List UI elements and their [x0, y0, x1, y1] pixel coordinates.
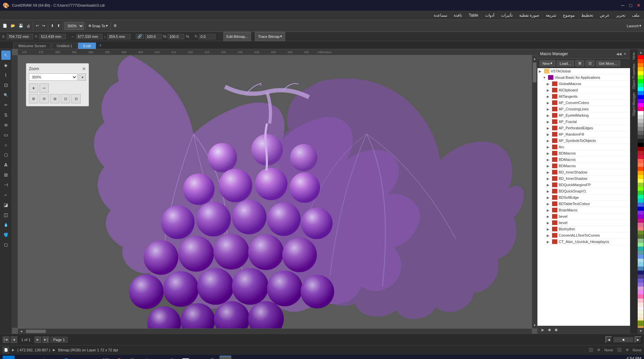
palette-color-cell[interactable] [638, 306, 644, 310]
page-area-nav-left[interactable]: ◄ [605, 336, 612, 343]
app5-button[interactable]: 📊 [180, 356, 192, 359]
outline-button[interactable]: ◻ [1, 240, 11, 249]
palette-color-cell[interactable] [638, 310, 644, 314]
height-percent-field[interactable] [168, 34, 184, 39]
macro-item-arc[interactable]: ▶ Arc [545, 144, 630, 150]
zoom-tool-button[interactable]: 🔍 [1, 90, 11, 100]
scroll-up-button[interactable]: ▲ [532, 55, 537, 62]
menu-bitmaps[interactable]: صورة نقطية [516, 12, 542, 19]
rectangle-tool-button[interactable]: ▭ [1, 130, 11, 140]
palette-color-cell[interactable] [638, 167, 644, 171]
palette-color-cell[interactable] [638, 211, 644, 215]
palette-color-cell[interactable] [638, 267, 644, 271]
palette-color-cell[interactable] [638, 151, 644, 155]
browser-button[interactable]: 🌐 [60, 356, 72, 359]
macro-item-ap-symbolstoobjects[interactable]: ▶ AP_SymbolsToObjects [545, 138, 630, 144]
macro-item-ap-convertcolors[interactable]: ▶ AP_ConvertColors [545, 100, 630, 106]
app2-button[interactable]: 🎵 [140, 356, 152, 359]
palette-color-cell[interactable] [638, 59, 644, 63]
palette-color-cell[interactable] [638, 219, 644, 223]
launch-button[interactable]: Launch ▾ [625, 21, 643, 31]
height-field[interactable] [107, 34, 130, 39]
maps-button[interactable]: 📍 [113, 356, 125, 359]
macro-item-aiclipboard[interactable]: ▶ AIClipboard [545, 87, 630, 93]
palette-color-cell[interactable] [638, 143, 644, 147]
tray-keyboard-icon[interactable]: ⌨ [581, 358, 589, 359]
zoom-page-button[interactable]: ⊞ [50, 94, 59, 103]
export-button[interactable]: ⬆ [56, 21, 61, 31]
menu-file[interactable]: ملف [629, 12, 643, 19]
palette-color-cell[interactable] [638, 203, 644, 207]
scroll-left-button[interactable]: ◄ [18, 329, 25, 334]
page-area-nav-right[interactable]: ► [635, 336, 641, 343]
macro-item-bdtabletextcolour[interactable]: ▶ BDTableTextColour [545, 201, 630, 207]
tray-notification-icon[interactable]: 🔔 [613, 358, 621, 359]
dimension-tool-button[interactable]: ⊣ [1, 180, 11, 189]
macro-list[interactable]: ▶ VSTAGlobal ▼ Visual Basic for Applicat… [537, 68, 630, 326]
palette-color-cell[interactable] [638, 119, 644, 123]
x-field[interactable] [7, 34, 33, 39]
zoom-select-button[interactable]: ⊡ [61, 94, 70, 103]
coreldraw-button[interactable]: 🎨 [219, 356, 231, 359]
palette-color-cell[interactable] [638, 79, 644, 83]
palette-color-cell[interactable] [638, 71, 644, 75]
macro-item-vba[interactable]: ▼ Visual Basic for Applications [541, 74, 630, 81]
macro-item-bd-innershadow-1[interactable]: ▶ BD_InnerShadow [545, 169, 630, 176]
palette-color-cell[interactable] [638, 302, 644, 306]
macro-item-bd-innershadow-2[interactable]: ▶ BD_InnerShadow [545, 176, 630, 182]
app6-button[interactable]: 🌊 [206, 356, 218, 359]
macro-item-bevel-1[interactable]: ▶ bevel [545, 213, 630, 220]
app4-button[interactable]: 🔒 [166, 356, 178, 359]
import-button[interactable]: ⬇ [49, 21, 55, 31]
palette-color-cell[interactable] [638, 187, 644, 191]
palette-color-cell[interactable] [638, 171, 644, 175]
palette-color-cell[interactable] [638, 227, 644, 231]
palette-color-cell[interactable] [638, 139, 644, 143]
text-tool-button[interactable]: A [1, 160, 11, 170]
macro-play-button[interactable]: ▶ [539, 326, 546, 333]
macro-item-ap-randomfill[interactable]: ▶ AP_RandomFill [545, 131, 630, 138]
palette-color-cell[interactable] [638, 199, 644, 203]
scroll-thumb[interactable] [533, 62, 536, 82]
task-view-button[interactable]: ⊡ [29, 356, 41, 359]
tab-add-button[interactable]: + [97, 42, 104, 49]
zoom-close-button[interactable]: ✕ [82, 66, 86, 71]
palette-color-cell[interactable] [638, 183, 644, 187]
macro-close-button[interactable]: ✕ [622, 51, 627, 57]
palette-color-cell[interactable] [638, 215, 644, 219]
macro-stop-button[interactable]: ⏹ [553, 326, 559, 333]
print-button[interactable]: 🖨 [25, 21, 32, 31]
zoom-arrow-button[interactable]: ▾ [79, 73, 86, 81]
palette-color-cell[interactable] [638, 283, 644, 287]
palette-color-cell[interactable] [638, 207, 644, 211]
minimize-button[interactable]: ─ [620, 3, 625, 8]
menu-effects[interactable]: شريعة [542, 12, 560, 19]
palette-color-cell[interactable] [638, 239, 644, 243]
hints-panel-tab[interactable]: Hints [631, 51, 636, 61]
macro-item-vstaglobal[interactable]: ▶ VSTAGlobal [537, 68, 630, 74]
tray-volume-icon[interactable]: 🔊 [603, 358, 610, 359]
scroll-h-thumb[interactable] [26, 330, 46, 333]
macro-load-button[interactable]: Load... [557, 60, 574, 66]
macro-item-globalmacros[interactable]: ▶ GlobalMacros [545, 81, 630, 87]
page-icon[interactable]: 📄 [3, 347, 9, 353]
macro-item-ap-eyeletmarking[interactable]: ▶ AP_EyeletMarking [545, 112, 630, 119]
palette-color-cell[interactable] [638, 107, 644, 111]
macro-expand-button[interactable]: ◀◀ [616, 51, 621, 57]
palette-color-cell[interactable] [638, 155, 644, 159]
macro-item-ap-crossinglines[interactable]: ▶ AP_CrossingLines [545, 106, 630, 112]
palette-color-cell[interactable] [638, 103, 644, 107]
page-last-button[interactable]: ►| [42, 336, 49, 343]
search-button[interactable]: 🔍 [16, 356, 28, 359]
macro-item-brianmacro[interactable]: ▶ BrianMacro [545, 207, 630, 213]
macro-item-bevel-2[interactable]: ▶ bevel [545, 220, 630, 226]
width-percent-field[interactable] [145, 34, 162, 39]
snap-to-button[interactable]: ⊕ Snap To ▾ [87, 21, 109, 31]
zoom-out-button[interactable]: − [40, 83, 49, 93]
mail-button[interactable]: ✉ [87, 356, 99, 359]
palette-color-cell[interactable] [638, 83, 644, 87]
palette-color-cell[interactable] [638, 279, 644, 283]
page-next-button[interactable]: ► [35, 336, 41, 343]
object-manager-panel-tab[interactable]: Object Manager [631, 91, 636, 117]
macro-item-ap-perforatededges[interactable]: ▶ AP_PerforatedEdges [545, 125, 630, 131]
